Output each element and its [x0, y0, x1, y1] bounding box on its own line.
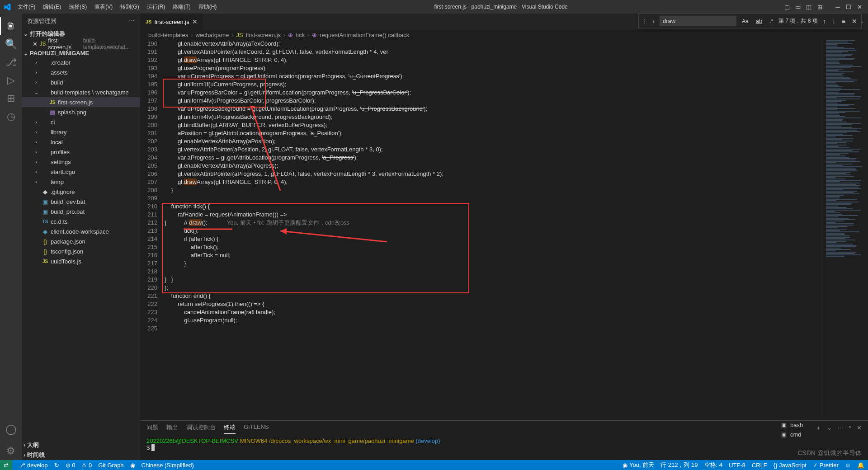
tree-item-settings[interactable]: ›settings — [22, 157, 140, 167]
menu-terminal[interactable]: 终端(T) — [170, 1, 193, 13]
tab-problems[interactable]: 问题 — [146, 423, 158, 434]
close-icon[interactable]: ✕ — [192, 18, 198, 25]
file-tree: ›.creator›assets›build⌄build-templates \… — [22, 57, 140, 440]
breadcrumb[interactable]: build-templates› wechatgame› JS first-sc… — [140, 30, 868, 40]
tab-debug-console[interactable]: 调试控制台 — [186, 423, 216, 434]
status-errors[interactable]: ⊘ 0 — [66, 462, 75, 469]
layout-icon[interactable]: ▭ — [793, 2, 803, 12]
close-icon[interactable]: ✕ — [33, 41, 38, 47]
timeline-header[interactable]: ›时间线 — [22, 450, 140, 460]
whole-word-icon[interactable]: ab — [754, 17, 764, 25]
status-sync[interactable]: ↻ — [54, 462, 59, 469]
next-match-icon[interactable]: ↓ — [831, 18, 837, 25]
terminal[interactable]: 20220226b@DESKTOP-BEIMCSV MINGW64 /d/coc… — [140, 437, 868, 460]
tree-item-ci[interactable]: ›ci — [22, 117, 140, 127]
find-result: 第 7 项，共 8 项 — [778, 17, 818, 25]
close-find-icon[interactable]: ✕ — [850, 18, 859, 25]
tree-item-profiles[interactable]: ›profiles — [22, 147, 140, 157]
expand-replace-icon[interactable]: › — [651, 18, 656, 25]
status-eol[interactable]: CRLF — [752, 462, 767, 469]
status-blame[interactable]: ◉ You, 前天 — [623, 461, 654, 469]
tree-item-temp[interactable]: ›temp — [22, 177, 140, 187]
settings-gear-icon[interactable]: ⚙ — [0, 442, 22, 460]
tree-item-first-screen-js[interactable]: JSfirst-screen.js — [22, 97, 140, 107]
layout-icon[interactable]: ◫ — [804, 2, 814, 12]
panel-tabs: 问题 输出 调试控制台 终端 GITLENS ＋ ⌄ ⋯ ^ ✕ — [140, 421, 868, 437]
minimap[interactable] — [824, 40, 868, 420]
minimize-button[interactable]: ─ — [833, 2, 843, 12]
status-live[interactable]: ◉ — [130, 462, 135, 469]
vscode-logo-icon — [4, 3, 11, 10]
more-icon[interactable]: ⋯ — [129, 17, 135, 25]
status-spaces[interactable]: 空格: 4 — [704, 461, 722, 469]
status-branch[interactable]: ⎇ develop — [19, 462, 48, 469]
match-case-icon[interactable]: Aa — [740, 17, 750, 25]
search-icon[interactable]: 🔍 — [0, 35, 22, 53]
status-feedback-icon[interactable]: ☺ — [845, 462, 851, 469]
tree-item-library[interactable]: ›library — [22, 127, 140, 137]
status-language-mode[interactable]: Chinese (Simplified) — [142, 462, 194, 469]
remote-icon[interactable]: ◷ — [0, 108, 22, 126]
extensions-icon[interactable]: ⊞ — [0, 89, 22, 108]
window-title: first-screen.js - paohuzi_minigame - Vis… — [220, 4, 782, 10]
find-in-selection-icon[interactable]: ≡ — [840, 18, 847, 25]
maximize-button[interactable]: ☐ — [844, 2, 854, 12]
status-language[interactable]: {} JavaScript — [774, 462, 807, 469]
status-position[interactable]: 行 212，列 19 — [660, 461, 698, 469]
layout-icon[interactable]: ▢ — [782, 2, 792, 12]
prev-match-icon[interactable]: ↑ — [821, 18, 827, 25]
tree-item-splash-png[interactable]: ▦splash.png — [22, 107, 140, 117]
menu-select[interactable]: 选择(S) — [66, 1, 90, 13]
terminal-item-cmd[interactable]: ▣cmd — [778, 430, 863, 439]
tab-terminal[interactable]: 终端 — [224, 423, 236, 434]
code-editor[interactable]: 1901911921931941951961971981992002012022… — [140, 40, 868, 420]
remote-indicator[interactable]: ⇄ — [0, 460, 12, 470]
titlebar: 文件(F) 编辑(E) 选择(S) 查看(V) 转到(G) 运行(R) 终端(T… — [0, 0, 868, 14]
tree-item-tsconfig-json[interactable]: {}tsconfig.json — [22, 246, 140, 256]
tree-item-package-json[interactable]: {}package.json — [22, 236, 140, 246]
outline-header[interactable]: ›大纲 — [22, 440, 140, 450]
find-resize-grip[interactable]: ⋮ — [642, 18, 647, 24]
tree-item-uuidTools-js[interactable]: JSuuidTools.js — [22, 256, 140, 266]
folder-root-header[interactable]: ⌄PAOHUZI_MINIGAME — [22, 49, 140, 57]
statusbar: ⇄ ⎇ develop ↻ ⊘ 0 ⚠ 0 Git Graph ◉ Chines… — [0, 460, 868, 470]
menu-run[interactable]: 运行(R) — [144, 1, 169, 13]
tab-first-screen[interactable]: JS first-screen.js ✕ — [140, 14, 203, 30]
tree-item--creator[interactable]: ›.creator — [22, 57, 140, 67]
code-content[interactable]: gl.enableVertexAttribArray(aTexCoord); g… — [165, 40, 824, 420]
status-warnings[interactable]: ⚠ 0 — [81, 462, 92, 469]
menubar: 文件(F) 编辑(E) 选择(S) 查看(V) 转到(G) 运行(R) 终端(T… — [14, 1, 220, 13]
status-gitgraph[interactable]: Git Graph — [98, 462, 123, 469]
menu-help[interactable]: 帮助(H) — [195, 1, 220, 13]
layout-icon[interactable]: ⊞ — [815, 2, 825, 12]
regex-icon[interactable]: .* — [768, 17, 775, 25]
tree-item-cc-d-ts[interactable]: TScc.d.ts — [22, 216, 140, 226]
source-control-icon[interactable]: ⎇ — [0, 53, 22, 71]
open-editor-item[interactable]: ✕ JS first-screen.js build-templates\wec… — [22, 39, 140, 49]
tree-item-build-templates---wechatgame[interactable]: ⌄build-templates \ wechatgame — [22, 87, 140, 97]
tree-item--gitignore[interactable]: ◆.gitignore — [22, 187, 140, 197]
tree-item-startLogo[interactable]: ›startLogo — [22, 167, 140, 177]
tree-item-build_dev-bat[interactable]: ▣build_dev.bat — [22, 197, 140, 207]
tab-output[interactable]: 输出 — [166, 423, 178, 434]
tree-item-build_pro-bat[interactable]: ▣build_pro.bat — [22, 207, 140, 216]
status-prettier[interactable]: ✓ Prettier — [813, 462, 839, 469]
tree-item-assets[interactable]: ›assets — [22, 67, 140, 77]
menu-view[interactable]: 查看(V) — [91, 1, 116, 13]
close-button[interactable]: ✕ — [854, 2, 864, 12]
cmd-icon: ▣ — [781, 431, 787, 438]
menu-file[interactable]: 文件(F) — [14, 1, 38, 13]
find-input[interactable] — [660, 16, 736, 26]
status-bell-icon[interactable]: 🔔 — [857, 462, 864, 469]
menu-edit[interactable]: 编辑(E) — [40, 1, 64, 13]
tree-item-client-code-workspace[interactable]: ◆client.code-workspace — [22, 226, 140, 236]
terminal-item-bash[interactable]: ▣bash — [778, 420, 863, 430]
status-encoding[interactable]: UTF-8 — [729, 462, 745, 469]
menu-goto[interactable]: 转到(G) — [117, 1, 142, 13]
explorer-icon[interactable]: 🗎 — [0, 17, 22, 35]
run-debug-icon[interactable]: ▷ — [0, 71, 22, 89]
tab-gitlens[interactable]: GITLENS — [244, 423, 269, 434]
account-icon[interactable]: ◯ — [0, 420, 22, 438]
tree-item-build[interactable]: ›build — [22, 77, 140, 87]
tree-item-local[interactable]: ›local — [22, 137, 140, 147]
